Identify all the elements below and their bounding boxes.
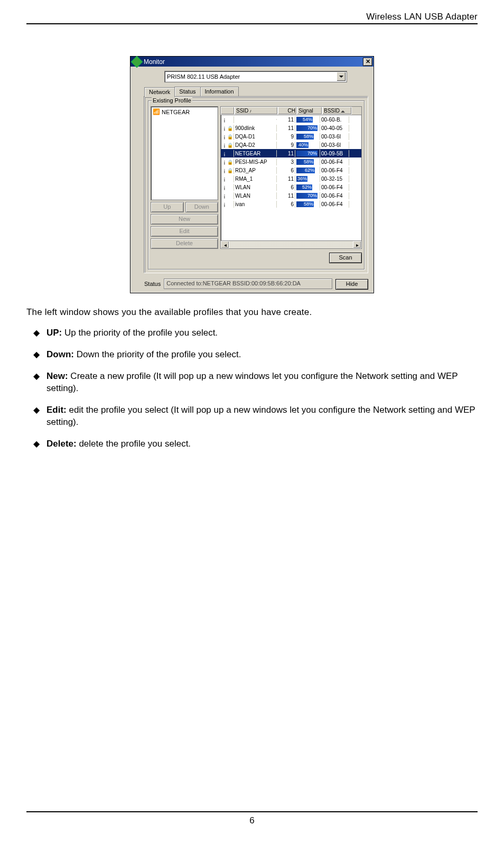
- table-row[interactable]: ¡WLAN1170%00-06-F4: [221, 191, 361, 200]
- adapter-dropdown[interactable]: PRISM 802.11 USB Adapter: [164, 71, 347, 82]
- antenna-icon: ¡: [222, 142, 227, 148]
- app-icon: [131, 55, 143, 68]
- profile-listbox[interactable]: 📶 NETGEAR: [151, 106, 218, 200]
- down-button[interactable]: Down: [185, 202, 219, 212]
- bullet-item: ◆Down: Down the priority of the profile …: [26, 349, 478, 361]
- bullet-item: ◆Edit: edit the profile you select (It w…: [26, 404, 478, 429]
- table-row[interactable]: ¡🔒DQA-D2940%00-03-6I: [221, 141, 361, 149]
- lock-icon: 🔒: [227, 168, 231, 173]
- edit-button[interactable]: Edit: [151, 226, 218, 237]
- tab-strip: Network Status Information: [144, 87, 370, 97]
- diamond-icon: ◆: [26, 327, 46, 339]
- antenna-icon: ¡: [222, 159, 227, 165]
- existing-profile-group: Existing Profile 📶 NETGEAR Up: [148, 100, 365, 270]
- footer-rule: [26, 811, 478, 812]
- col-signal[interactable]: Signal: [297, 107, 322, 115]
- table-row[interactable]: ¡NETGEAR1170%00-09-5B: [221, 149, 361, 157]
- table-row[interactable]: ¡1154%00-60-B.: [221, 115, 361, 124]
- antenna-icon: ¡: [222, 193, 227, 199]
- close-button[interactable]: ✕: [363, 58, 372, 66]
- scan-button[interactable]: Scan: [329, 253, 362, 263]
- scroll-right-icon[interactable]: ▸: [353, 241, 361, 248]
- profile-name: NETGEAR: [162, 109, 190, 115]
- intro-text: The left window shows you the available …: [26, 307, 478, 318]
- antenna-icon: ¡: [222, 176, 227, 182]
- diamond-icon: ◆: [26, 349, 46, 361]
- profile-icon: 📶: [153, 108, 160, 115]
- dropdown-arrow-icon[interactable]: [337, 72, 346, 81]
- window-title: Monitor: [144, 58, 363, 66]
- lock-icon: 🔒: [227, 160, 231, 165]
- hide-button[interactable]: Hide: [335, 279, 368, 290]
- list-item[interactable]: 📶 NETGEAR: [152, 108, 217, 116]
- bullet-item: ◆Delete: delete the profile you select.: [26, 438, 478, 450]
- col-bssid[interactable]: BSSID: [322, 107, 352, 115]
- diamond-icon: ◆: [26, 404, 46, 429]
- tab-information[interactable]: Information: [200, 87, 239, 97]
- list-header: SSID / CH Signal BSSID: [221, 107, 361, 115]
- header-title: Wireless LAN USB Adapter: [26, 12, 478, 22]
- page-number: 6: [0, 815, 504, 826]
- table-row[interactable]: ¡🔒RD3_AP662%00-06-F4: [221, 166, 361, 174]
- antenna-icon: ¡: [222, 117, 227, 123]
- scroll-left-icon[interactable]: ◂: [221, 241, 229, 248]
- bullet-item: ◆UP: Up the priority of the profile you …: [26, 327, 478, 339]
- group-label: Existing Profile: [152, 97, 192, 104]
- antenna-icon: ¡: [222, 168, 227, 173]
- monitor-window: Monitor ✕ PRISM 802.11 USB Adapter Netwo…: [130, 56, 374, 293]
- tab-status[interactable]: Status: [174, 87, 200, 97]
- status-text: Connected to:NETGEAR BSSID:00:09:5B:66:2…: [164, 279, 332, 289]
- antenna-icon: ¡: [222, 134, 227, 140]
- table-row[interactable]: ¡WLAN652%00-06-F4: [221, 183, 361, 191]
- status-label: Status: [144, 281, 161, 287]
- bullet-item: ◆New: Create a new profile (It will pop …: [26, 370, 478, 395]
- lock-icon: 🔒: [227, 126, 231, 131]
- col-ch[interactable]: CH: [278, 107, 297, 115]
- adapter-value: PRISM 802.11 USB Adapter: [167, 73, 240, 80]
- antenna-icon: ¡: [222, 184, 227, 190]
- lock-icon: 🔒: [227, 143, 231, 148]
- diamond-icon: ◆: [26, 438, 46, 450]
- header-rule: [26, 23, 478, 24]
- table-row[interactable]: ¡RMA_11136%00-32-15: [221, 174, 361, 183]
- col-ssid[interactable]: SSID /: [235, 107, 278, 115]
- network-panel: Existing Profile 📶 NETGEAR Up: [144, 97, 368, 273]
- lock-icon: 🔒: [227, 134, 231, 140]
- antenna-icon: ¡: [222, 151, 227, 156]
- up-button[interactable]: Up: [151, 202, 184, 212]
- tab-network[interactable]: Network: [144, 87, 175, 97]
- new-button[interactable]: New: [151, 214, 218, 225]
- table-row[interactable]: ¡ivan658%00-06-F4: [221, 200, 361, 208]
- network-listview[interactable]: SSID / CH Signal BSSID ¡1154%00-60-B.¡🔒9…: [220, 106, 362, 249]
- antenna-icon: ¡: [222, 125, 227, 131]
- table-row[interactable]: ¡🔒DQA-D1958%00-03-6I: [221, 132, 361, 141]
- table-row[interactable]: ¡🔒900dlink1170%00-40-05: [221, 124, 361, 132]
- table-row[interactable]: ¡🔒PESI-MIS-AP358%00-06-F4: [221, 157, 361, 166]
- diamond-icon: ◆: [26, 370, 46, 395]
- delete-button[interactable]: Delete: [151, 238, 218, 249]
- horizontal-scrollbar[interactable]: ◂ ▸: [221, 240, 361, 248]
- antenna-icon: ¡: [222, 201, 227, 207]
- titlebar: Monitor ✕: [130, 57, 374, 67]
